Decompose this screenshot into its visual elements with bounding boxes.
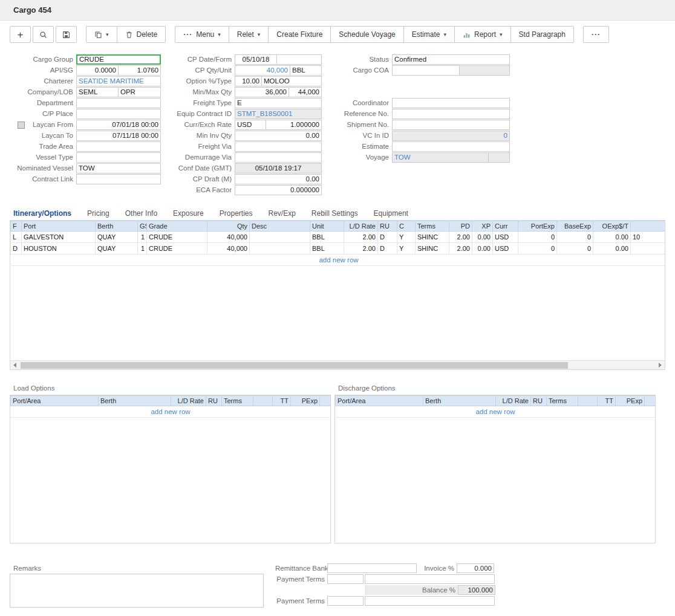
cell[interactable]: 0.00 — [472, 243, 493, 255]
cell[interactable]: SHINC — [416, 243, 449, 255]
sg-field[interactable]: 1.0760 — [118, 65, 161, 76]
cell[interactable]: USD — [493, 232, 518, 243]
scrollbar-track[interactable] — [19, 361, 656, 370]
cell[interactable]: Y — [397, 232, 416, 243]
estimate-field[interactable] — [392, 141, 510, 152]
cell[interactable]: 0 — [518, 232, 557, 243]
cell[interactable]: Y — [397, 243, 416, 255]
cell[interactable]: 40,000 — [207, 243, 250, 255]
horizontal-scrollbar[interactable] — [10, 360, 665, 369]
cell[interactable]: QUAY — [96, 232, 138, 243]
report-dropdown-button[interactable]: Report ▾ — [454, 26, 511, 43]
trade-area-field[interactable] — [76, 141, 161, 152]
voyage-field[interactable]: TOW — [392, 152, 489, 163]
status-field[interactable]: Confirmed — [392, 54, 510, 65]
cell[interactable]: D — [11, 243, 22, 255]
cp-place-field[interactable] — [76, 109, 161, 119]
tab-rebill-settings[interactable]: Rebill Settings — [311, 209, 358, 219]
demurrage-via-field[interactable] — [235, 152, 322, 163]
laycan-alert-checkbox[interactable] — [18, 122, 25, 129]
tab-other-info[interactable]: Other Info — [125, 209, 157, 219]
contract-link-field[interactable] — [76, 174, 161, 184]
freight-via-field[interactable] — [235, 141, 322, 152]
scrollbar-thumb[interactable] — [21, 362, 568, 369]
cell[interactable]: 1 — [138, 232, 147, 243]
cp-draft-field[interactable]: 0.00 — [235, 174, 322, 184]
tab-pricing[interactable]: Pricing — [87, 209, 109, 219]
laycan-to-field[interactable]: 07/11/18 00:00 — [76, 131, 161, 141]
cell[interactable] — [631, 243, 666, 255]
schedule-voyage-button[interactable]: Schedule Voyage — [330, 26, 403, 43]
eca-factor-field[interactable]: 0.000000 — [235, 185, 322, 195]
department-field[interactable] — [76, 98, 161, 108]
cell[interactable]: CRUDE — [147, 232, 207, 243]
delete-button[interactable]: Delete — [117, 26, 166, 43]
save-button[interactable] — [56, 26, 77, 43]
more-button[interactable]: ··· — [583, 26, 609, 43]
scroll-right-button[interactable] — [656, 361, 665, 370]
cell[interactable]: 0.00 — [593, 232, 631, 243]
nominated-vessel-field[interactable]: TOW — [76, 163, 161, 173]
lob-field[interactable]: OPR — [118, 87, 161, 97]
tab-properties[interactable]: Properties — [220, 209, 253, 219]
cell[interactable]: 0 — [518, 243, 557, 255]
cell[interactable]: HOUSTON — [22, 243, 96, 255]
equip-contract-id-field[interactable]: STMT_B18S0001 — [235, 109, 322, 119]
tab-exposure[interactable]: Exposure — [173, 209, 204, 219]
payment-terms-code-field[interactable] — [327, 574, 364, 584]
shipment-no-field[interactable] — [392, 120, 510, 130]
charterer-field[interactable]: SEATIDE MARITIME — [76, 76, 161, 86]
menu-dropdown-button[interactable]: ··· Menu ▾ — [175, 26, 229, 43]
load-options-add-new-row-link[interactable]: add new row — [151, 408, 190, 415]
vessel-type-field[interactable] — [76, 152, 161, 163]
cp-unit-field[interactable]: BBL — [290, 65, 322, 76]
itinerary-row[interactable]: D HOUSTON QUAY 1 CRUDE 40,000 BBL 2.00 D… — [11, 243, 666, 255]
option-pct-field[interactable]: 10.00 — [235, 76, 262, 86]
cell[interactable]: USD — [493, 243, 518, 255]
cell[interactable]: 2.00 — [344, 232, 378, 243]
std-paragraph-button[interactable]: Std Paragraph — [510, 26, 574, 43]
cell[interactable]: D — [378, 232, 397, 243]
cell[interactable]: 2.00 — [449, 232, 472, 243]
copy-dropdown-button[interactable]: ▾ — [86, 26, 117, 43]
max-qty-field[interactable]: 44,000 — [289, 87, 322, 97]
remittance-bank-field[interactable] — [327, 563, 417, 573]
cell[interactable]: 40,000 — [207, 232, 250, 243]
coordinator-field[interactable] — [392, 98, 510, 108]
invoice-pct-field[interactable]: 0.000 — [457, 563, 494, 573]
api-field[interactable]: 0.0000 — [76, 65, 119, 76]
cell[interactable] — [250, 243, 310, 255]
payment-terms-desc-field[interactable] — [365, 574, 495, 584]
min-qty-field[interactable]: 36,000 — [235, 87, 289, 97]
remarks-input[interactable] — [10, 574, 264, 608]
cell[interactable]: 0 — [557, 243, 593, 255]
cell[interactable]: 0.00 — [472, 232, 493, 243]
tab-itinerary-options[interactable]: Itinerary/Options — [13, 209, 71, 219]
cell[interactable]: 10 — [631, 232, 666, 243]
cell[interactable]: D — [378, 243, 397, 255]
cell[interactable]: GALVESTON — [22, 232, 96, 243]
cargo-coa-field[interactable] — [392, 65, 460, 76]
tab-rev-exp[interactable]: Rev/Exp — [269, 209, 296, 219]
cell[interactable]: CRUDE — [147, 243, 207, 255]
exch-rate-field[interactable]: 1.000000 — [266, 120, 322, 130]
create-fixture-button[interactable]: Create Fixture — [268, 26, 331, 43]
cell[interactable] — [250, 232, 310, 243]
currency-field[interactable]: USD — [235, 120, 266, 130]
cell[interactable]: QUAY — [96, 243, 138, 255]
freight-type-field[interactable]: E — [235, 98, 322, 108]
cell[interactable]: 2.00 — [449, 243, 472, 255]
cell[interactable]: L — [11, 232, 22, 243]
cell[interactable]: BBL — [310, 232, 344, 243]
new-button[interactable]: + — [10, 26, 31, 43]
company-field[interactable]: SEML — [76, 87, 119, 97]
payment-terms-2-desc-field[interactable] — [365, 596, 495, 606]
cell[interactable]: 0.00 — [593, 243, 631, 255]
payment-terms-2-code-field[interactable] — [327, 596, 364, 606]
option-type-field[interactable]: MOLOO — [261, 76, 322, 86]
cp-date-field[interactable]: 05/10/18 — [235, 54, 277, 65]
cell[interactable]: 1 — [138, 243, 147, 255]
cell[interactable]: 0 — [557, 232, 593, 243]
min-inv-qty-field[interactable]: 0.00 — [235, 131, 322, 141]
estimate-dropdown-button[interactable]: Estimate ▾ — [403, 26, 455, 43]
